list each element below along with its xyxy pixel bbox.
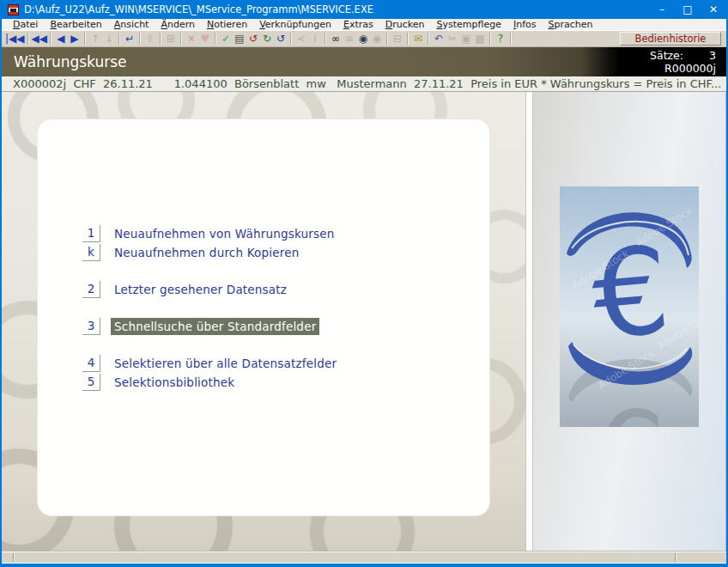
copy-button[interactable]: ▣: [459, 31, 473, 46]
binoculars-search-button[interactable]: ∞: [329, 31, 343, 46]
menu-item[interactable]: Systempflege: [430, 19, 507, 30]
separator: [386, 33, 388, 45]
statusbar: [2, 552, 726, 563]
separator: [118, 33, 120, 45]
link-window-button[interactable]: ⊞: [164, 31, 178, 46]
menu-list-label[interactable]: Letzter gesehener Datensatz: [111, 281, 290, 298]
title-band: Währungskurse Sätze: 3 R000000j: [2, 47, 726, 76]
bedienhistorie-button[interactable]: Bedienhistorie: [620, 32, 721, 46]
shortcut-key[interactable]: 2: [82, 281, 100, 298]
content-area: € € Adobe Stock Adobe Stock Adobe Stock …: [2, 92, 726, 552]
enter-button[interactable]: ↵: [123, 31, 136, 46]
shortcut-key[interactable]: 3: [82, 318, 100, 335]
protocol-button[interactable]: ▤: [233, 31, 246, 46]
window-title: D:\Aufz_U22\Aufz_WIN\MSERVICE\_MService_…: [24, 3, 373, 15]
menu-card: 1 Neuaufnehmen von Währungskursen k Neua…: [37, 119, 490, 516]
menu-list-item[interactable]: 3 Schnellsuche über Standardfelder: [82, 318, 340, 337]
separator: [27, 33, 29, 45]
saetze-value: 3: [683, 49, 716, 62]
separator: [325, 33, 326, 45]
right-panel: € € Adobe Stock Adobe Stock Adobe Stock …: [533, 92, 726, 551]
app-icon: [8, 4, 19, 15]
separator: [510, 33, 512, 45]
confirm-button[interactable]: ✓: [219, 31, 233, 46]
menu-list-label[interactable]: Schnellsuche über Standardfelder: [111, 318, 319, 335]
print-button[interactable]: ⊟: [391, 31, 404, 46]
euro-symbol-image: € € Adobe Stock Adobe Stock Adobe Stock …: [560, 186, 699, 427]
help-button[interactable]: ?: [494, 31, 507, 46]
menu-list-label[interactable]: Selektieren über alle Datensatzfelder: [111, 355, 340, 372]
menu-item[interactable]: Datei: [7, 19, 44, 30]
action-menu: 1 Neuaufnehmen von Währungskursen k Neua…: [82, 225, 340, 393]
menu-item[interactable]: Infos: [507, 19, 543, 30]
paste-button[interactable]: ▦: [473, 31, 487, 46]
menu-list-item[interactable]: 5 Selektionsbibliothek: [82, 374, 340, 393]
menu-item[interactable]: Ansicht: [108, 19, 155, 30]
separator: [180, 33, 182, 45]
menu-item[interactable]: Notieren: [201, 19, 253, 30]
separator: [290, 33, 292, 45]
separator: [489, 33, 491, 45]
record-id: R000000j: [620, 62, 716, 75]
menu-list-item[interactable]: 4 Selektieren über alle Datensatzfelder: [82, 355, 340, 374]
close-button[interactable]: ✕: [701, 0, 726, 19]
move-down-button[interactable]: ↓: [102, 31, 116, 46]
menu-list-label[interactable]: Neuaufnehmen durch Kopieren: [111, 244, 303, 261]
statusbar-divider: [13, 553, 15, 562]
move-up-button[interactable]: ↑: [88, 31, 102, 46]
menu-item[interactable]: Sprachen: [542, 19, 598, 30]
separator: [139, 33, 141, 45]
import-button[interactable]: ⇪: [143, 31, 157, 46]
record-count-box: Sätze: 3 R000000j: [582, 47, 726, 76]
first-record-button[interactable]: |◀◀: [5, 31, 25, 46]
menu-item[interactable]: Ändern: [155, 19, 201, 30]
menu-item[interactable]: Verknüpfungen: [253, 19, 337, 30]
menu-list-label[interactable]: Neuaufnehmen von Währungskursen: [111, 225, 338, 242]
statusbar-divider: [675, 553, 676, 562]
undo-button[interactable]: ↶: [432, 31, 446, 46]
separator: [407, 33, 409, 45]
eye-button[interactable]: ◉: [356, 31, 370, 46]
maximize-button[interactable]: □: [675, 0, 701, 19]
fast-back-button[interactable]: ◀◀: [32, 31, 47, 46]
eye-off-button[interactable]: ◉: [370, 31, 384, 46]
window-titlebar: D:\Aufz_U22\Aufz_WIN\MSERVICE\_MService_…: [2, 0, 726, 19]
mail-button[interactable]: ✉: [411, 31, 425, 46]
menu-list-label[interactable]: Selektionsbibliothek: [111, 374, 238, 391]
list-button[interactable]: ≡: [343, 31, 356, 46]
separator: [428, 33, 429, 45]
separator: [215, 33, 216, 45]
delete-button[interactable]: ✕: [185, 31, 198, 46]
shortcut-key[interactable]: k: [82, 244, 100, 261]
toolbar: |◀◀ ◀◀ ◀ ▶ ↑ ↓ ↵ ⇪ ⊞: [2, 30, 726, 47]
menu-list-item[interactable]: 2 Letzter gesehener Datensatz: [82, 281, 340, 300]
separator: [50, 33, 52, 45]
rollback-blue-button[interactable]: ↺: [274, 31, 288, 46]
menu-list-item[interactable]: k Neuaufnehmen durch Kopieren: [82, 244, 340, 263]
menubar: Datei Bearbeiten Ansicht Ändern Notieren…: [2, 19, 726, 30]
menu-item[interactable]: Extras: [337, 19, 379, 30]
rollback-green-button[interactable]: ↻: [260, 31, 274, 46]
rollback-red-button[interactable]: ↺: [246, 31, 260, 46]
menu-list-item[interactable]: 1 Neuaufnehmen von Währungskursen: [82, 225, 340, 244]
favorite-button[interactable]: ♥: [198, 31, 212, 46]
vertical-scrollbar[interactable]: [525, 92, 533, 551]
saetze-label: Sätze:: [650, 49, 683, 62]
page-title: Währungskurse: [14, 47, 127, 76]
info-button[interactable]: i: [308, 31, 322, 46]
toolbar-buttons: |◀◀ ◀◀ ◀ ▶ ↑ ↓ ↵ ⇪ ⊞: [5, 31, 514, 46]
minimize-button[interactable]: –: [649, 0, 675, 19]
branch-button[interactable]: ≺: [294, 31, 308, 46]
cut-button[interactable]: ✂: [446, 31, 459, 46]
menu-item[interactable]: Bearbeiten: [44, 19, 107, 30]
prev-record-button[interactable]: ◀: [54, 31, 68, 46]
record-status-line: X000002j CHF 26.11.21 1.044100 Börsenbla…: [2, 76, 726, 92]
separator: [84, 33, 86, 45]
shortcut-key[interactable]: 1: [82, 225, 100, 242]
menu-item[interactable]: Drucken: [379, 19, 431, 30]
separator: [160, 33, 161, 45]
shortcut-key[interactable]: 5: [82, 374, 100, 391]
shortcut-key[interactable]: 4: [82, 355, 100, 372]
next-record-button[interactable]: ▶: [68, 31, 82, 46]
